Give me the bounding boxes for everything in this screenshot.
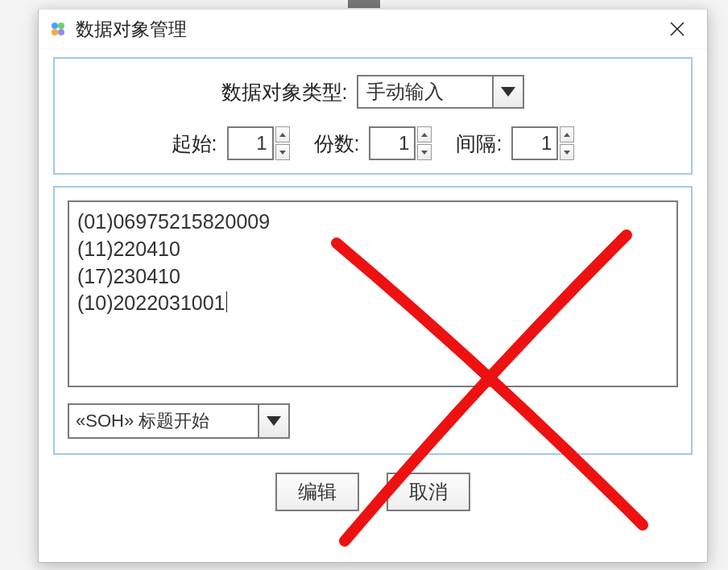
chevron-up-icon <box>279 133 286 137</box>
numbers-row: 起始: 1 份数: 1 间隔: 1 <box>63 126 683 160</box>
app-icon <box>47 18 69 40</box>
chevron-down-icon <box>564 151 570 155</box>
cancel-button[interactable]: 取消 <box>387 473 470 511</box>
interval-value[interactable]: 1 <box>511 126 558 160</box>
footer-buttons: 编辑 取消 <box>39 473 707 511</box>
chevron-down-icon <box>501 87 515 97</box>
interval-spin-buttons <box>560 126 574 160</box>
copies-label: 份数: <box>314 130 360 157</box>
copies-spinner[interactable]: 1 <box>369 126 432 160</box>
titlebar: 数据对象管理 <box>39 10 707 49</box>
start-value[interactable]: 1 <box>227 126 274 160</box>
chevron-down-icon <box>267 416 281 426</box>
data-textarea[interactable]: (01)06975215820009 (11)220410 (17)230410… <box>68 200 678 387</box>
window-title: 数据对象管理 <box>76 17 659 42</box>
copies-down-button[interactable] <box>417 144 432 160</box>
copies-spin-buttons <box>417 126 432 160</box>
soh-combobox-value: «SOH» 标题开始 <box>68 403 258 439</box>
header-panel: 数据对象类型: 手动输入 起始: 1 份数: 1 <box>53 57 693 175</box>
cancel-button-label: 取消 <box>409 479 448 505</box>
body-panel: (01)06975215820009 (11)220410 (17)230410… <box>53 186 693 455</box>
chevron-down-icon <box>421 151 428 155</box>
start-spinner[interactable]: 1 <box>227 126 290 160</box>
interval-down-button[interactable] <box>560 144 574 160</box>
text-caret <box>226 291 227 312</box>
dialog-window: 数据对象管理 数据对象类型: 手动输入 起始: 1 <box>38 9 708 563</box>
svg-point-0 <box>52 23 58 29</box>
start-down-button[interactable] <box>275 144 290 160</box>
chevron-down-icon <box>279 151 286 155</box>
type-combobox-button[interactable] <box>492 75 524 109</box>
svg-point-3 <box>58 29 64 35</box>
type-label: 数据对象类型: <box>221 79 348 105</box>
textarea-line: (01)06975215820009 <box>77 210 270 233</box>
svg-point-1 <box>58 23 64 29</box>
textarea-line: (10)2022031001 <box>77 291 225 314</box>
close-icon <box>669 21 685 37</box>
soh-combobox-button[interactable] <box>258 403 290 439</box>
copies-value[interactable]: 1 <box>369 126 416 160</box>
type-row: 数据对象类型: 手动输入 <box>63 75 683 109</box>
soh-combobox[interactable]: «SOH» 标题开始 <box>68 403 290 439</box>
start-up-button[interactable] <box>275 126 290 142</box>
copies-up-button[interactable] <box>417 126 432 142</box>
chevron-up-icon <box>421 133 428 137</box>
type-combobox[interactable]: 手动输入 <box>357 75 524 109</box>
start-spin-buttons <box>275 126 290 160</box>
interval-label: 间隔: <box>456 130 502 157</box>
type-combobox-value: 手动输入 <box>357 75 492 109</box>
close-button[interactable] <box>659 13 696 45</box>
interval-spinner[interactable]: 1 <box>511 126 574 160</box>
svg-point-2 <box>52 29 58 35</box>
chevron-up-icon <box>564 133 570 137</box>
textarea-line: (11)220410 <box>77 238 180 260</box>
start-label: 起始: <box>172 130 217 157</box>
background-clutter <box>348 0 380 8</box>
interval-up-button[interactable] <box>560 126 574 142</box>
textarea-line: (17)230410 <box>77 265 180 287</box>
edit-button[interactable]: 编辑 <box>275 473 359 511</box>
edit-button-label: 编辑 <box>298 479 337 505</box>
